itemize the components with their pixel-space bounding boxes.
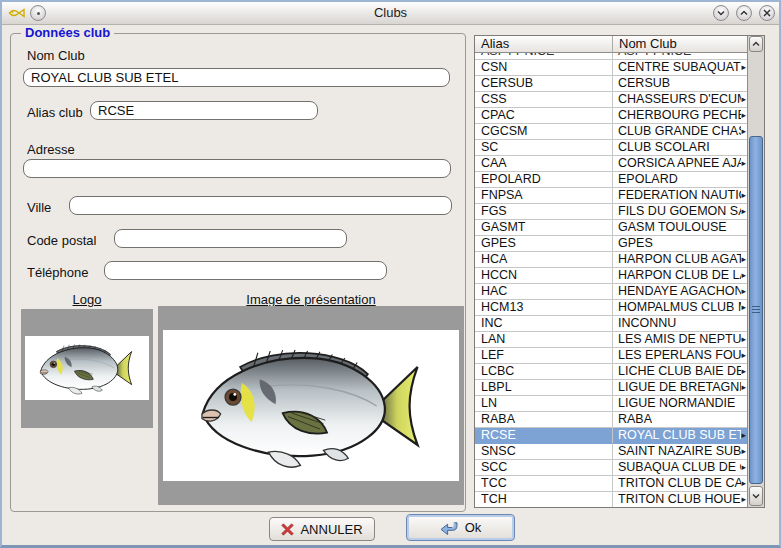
window-title: Clubs — [2, 5, 779, 20]
table-row[interactable]: RCSEROYAL CLUB SUB ET▸ — [475, 428, 748, 444]
cell-alias: SC — [475, 140, 613, 156]
table-row[interactable]: GASMTGASM TOULOUSE — [475, 220, 748, 236]
cell-alias: EPOLARD — [475, 172, 613, 188]
table-row[interactable]: TCCTRITON CLUB DE CAF▸ — [475, 476, 748, 492]
cell-alias: INC — [475, 316, 613, 332]
titlebar[interactable]: Clubs — [2, 2, 779, 25]
alias-club-input[interactable] — [90, 101, 318, 120]
cell-nom: GPES — [613, 236, 748, 252]
table-row[interactable]: CAACORSICA APNEE AJAC▸ — [475, 156, 748, 172]
table-row[interactable]: LEFLES EPERLANS FOUG▸ — [475, 348, 748, 364]
cell-nom: GASM TOULOUSE — [613, 220, 748, 236]
table-row[interactable]: RABARABA — [475, 412, 748, 428]
adresse-label: Adresse — [27, 142, 75, 157]
close-button[interactable] — [759, 5, 775, 21]
cell-nom: FILS DU GOEMON SA▸ — [613, 204, 748, 220]
cell-nom: ASPTT NICE — [613, 53, 748, 60]
logo-label: Logo — [21, 292, 153, 307]
cell-alias: CPAC — [475, 108, 613, 124]
cell-nom: CORSICA APNEE AJAC▸ — [613, 156, 748, 172]
cell-nom: LES AMIS DE NEPTUN▸ — [613, 332, 748, 348]
table-row[interactable]: FGSFILS DU GOEMON SA▸ — [475, 204, 748, 220]
table-row[interactable]: FNPSAFEDERATION NAUTIQ▸ — [475, 188, 748, 204]
cell-nom: SAINT NAZAIRE SUB▸ — [613, 444, 748, 460]
sea-bream-fish-large-icon — [169, 335, 453, 477]
column-header-nom-club[interactable]: Nom Club — [613, 36, 748, 53]
table-row[interactable]: EPOLARDEPOLARD — [475, 172, 748, 188]
cell-alias: HAC — [475, 284, 613, 300]
table-row[interactable]: SNSCSAINT NAZAIRE SUB▸ — [475, 444, 748, 460]
table-scrollbar[interactable] — [747, 36, 764, 507]
cell-alias: GASMT — [475, 220, 613, 236]
annuler-button-label: ANNULER — [300, 522, 362, 537]
cell-nom: EPOLARD — [613, 172, 748, 188]
minimize-button[interactable] — [713, 5, 729, 21]
table-row[interactable]: LCBCLICHE CLUB BAIE DE▸ — [475, 364, 748, 380]
cell-nom: LIGUE NORMANDIE — [613, 396, 748, 412]
table-row[interactable]: CSNCENTRE SUBAQUATIQ▸ — [475, 60, 748, 76]
blue-return-arrow-icon — [440, 520, 459, 535]
code-postal-label: Code postal — [27, 233, 96, 248]
cell-nom: RABA — [613, 412, 748, 428]
cell-alias: LCBC — [475, 364, 613, 380]
table-row[interactable]: SCCLUB SCOLARI — [475, 140, 748, 156]
table-row[interactable]: LANLES AMIS DE NEPTUN▸ — [475, 332, 748, 348]
arrow-down-icon — [752, 493, 760, 499]
cell-alias: LN — [475, 396, 613, 412]
cell-alias: SNSC — [475, 444, 613, 460]
clubs-table: Alias Nom Club ASPTT NICE ASPTT NICE CSN… — [474, 35, 765, 508]
cell-alias: CSN — [475, 60, 613, 76]
nom-club-input[interactable] — [23, 68, 450, 87]
scroll-down-button[interactable] — [749, 486, 763, 506]
cell-nom: HOMPALMUS CLUB M▸ — [613, 300, 748, 316]
cell-alias: FGS — [475, 204, 613, 220]
cell-alias: CAA — [475, 156, 613, 172]
telephone-input[interactable] — [104, 261, 387, 280]
table-row[interactable]: LNLIGUE NORMANDIE — [475, 396, 748, 412]
ok-button[interactable]: Ok — [406, 514, 515, 541]
cell-nom: LICHE CLUB BAIE DE▸ — [613, 364, 748, 380]
cell-nom: CERSUB — [613, 76, 748, 92]
sea-bream-fish-small-icon — [27, 338, 146, 398]
maximize-button[interactable] — [736, 5, 752, 21]
cell-alias: RABA — [475, 412, 613, 428]
cell-nom: HARPON CLUB AGATI▸ — [613, 252, 748, 268]
table-row[interactable]: TCHTRITON CLUB HOUES▸ — [475, 492, 748, 507]
scrollbar-thumb[interactable] — [749, 136, 763, 484]
annuler-button[interactable]: ANNULER — [269, 517, 375, 541]
red-x-icon — [281, 523, 294, 536]
presentation-image — [163, 330, 459, 481]
club-table-rows: ASPTT NICE ASPTT NICE CSNCENTRE SUBAQUAT… — [475, 53, 748, 507]
scroll-up-button[interactable] — [749, 36, 763, 52]
grip-icon — [752, 306, 760, 314]
cell-alias: LBPL — [475, 380, 613, 396]
table-row[interactable]: SCCSUBAQUA CLUB DE C▸ — [475, 460, 748, 476]
ville-input[interactable] — [69, 196, 452, 215]
table-row-partial[interactable]: ASPTT NICE ASPTT NICE — [475, 53, 748, 60]
table-row[interactable]: INCINCONNU — [475, 316, 748, 332]
table-row[interactable]: CSSCHASSEURS D'ECUM▸ — [475, 92, 748, 108]
cell-alias: HCM13 — [475, 300, 613, 316]
table-row[interactable]: CGCSMCLUB GRANDE CHAS▸ — [475, 124, 748, 140]
cell-nom: CENTRE SUBAQUATIQ▸ — [613, 60, 748, 76]
table-row[interactable]: GPESGPES — [475, 236, 748, 252]
table-row[interactable]: HCCNHARPON CLUB DE LA▸ — [475, 268, 748, 284]
ok-button-label: Ok — [465, 520, 482, 535]
table-row[interactable]: HCAHARPON CLUB AGATI▸ — [475, 252, 748, 268]
table-row[interactable]: CPACCHERBOURG PECHE A▸ — [475, 108, 748, 124]
cell-nom: TRITON CLUB DE CAF▸ — [613, 476, 748, 492]
arrow-up-icon — [752, 41, 760, 47]
table-row[interactable]: HACHENDAYE AGACHON▸ — [475, 284, 748, 300]
cell-alias: ASPTT NICE — [475, 53, 613, 60]
table-row[interactable]: LBPLLIGUE DE BRETAGNE▸ — [475, 380, 748, 396]
table-row[interactable]: HCM13HOMPALMUS CLUB M▸ — [475, 300, 748, 316]
code-postal-input[interactable] — [114, 229, 347, 248]
cell-nom: INCONNU — [613, 316, 748, 332]
cell-alias: HCA — [475, 252, 613, 268]
adresse-input[interactable] — [23, 159, 451, 178]
cell-alias: TCH — [475, 492, 613, 507]
table-row[interactable]: CERSUBCERSUB — [475, 76, 748, 92]
column-header-alias[interactable]: Alias — [475, 36, 613, 53]
cell-nom: CHERBOURG PECHE A▸ — [613, 108, 748, 124]
cell-alias: SCC — [475, 460, 613, 476]
